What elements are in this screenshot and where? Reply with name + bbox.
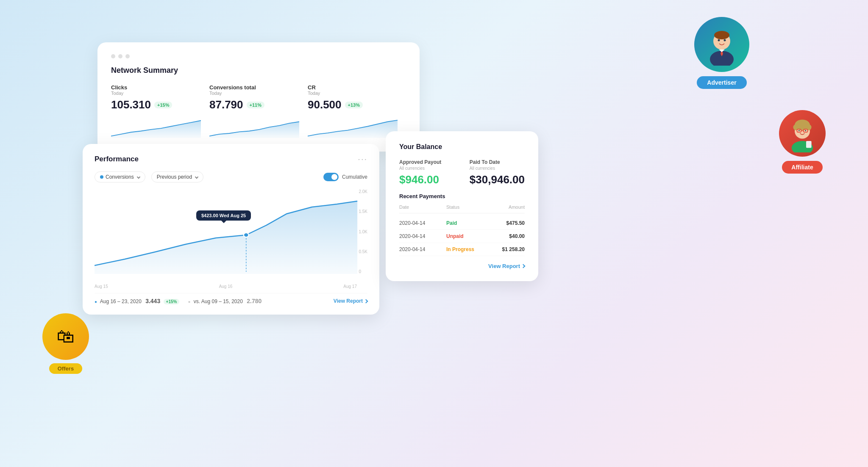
performance-chart <box>95 189 367 274</box>
svg-point-8 <box>724 39 726 41</box>
y-label-2k: 2.0K <box>359 189 367 194</box>
footer-stat-prev: ● vs. Aug 09 – 15, 2020 2.780 <box>188 298 262 304</box>
footer-period1: Aug 16 – 23, 2020 <box>100 298 142 304</box>
col-header-status: Status <box>446 204 486 210</box>
payments-table-header: Date Status Amount <box>399 204 525 213</box>
window-dots <box>111 54 406 58</box>
footer-dot-current: ● <box>95 299 97 304</box>
performance-footer: ● Aug 16 – 23, 2020 3.443 +15% ● vs. Aug… <box>95 293 367 304</box>
metric-clicks-label: Clicks <box>111 84 201 91</box>
recent-payments-title: Recent Payments <box>399 193 525 199</box>
balance-card: Your Balance Approved Payout All currenc… <box>386 131 538 281</box>
x-axis-labels: Aug 15 Aug 16 Aug 17 <box>95 282 367 289</box>
metric-conversions: Conversions total Today 87.790 +11% <box>209 84 308 140</box>
cr-chart <box>308 115 398 138</box>
payment-amount-3: $1 258.20 <box>486 246 525 252</box>
balance-view-report-row[interactable]: View Report <box>399 263 525 269</box>
svg-point-7 <box>718 39 720 41</box>
metric-clicks-sub: Today <box>111 91 201 96</box>
paid-to-date-label: Paid To Date <box>470 159 525 165</box>
filter-dot <box>100 175 103 179</box>
x-label-aug15: Aug 15 <box>95 284 108 289</box>
offers-widget: 🛍 Offers <box>42 313 89 374</box>
footer-badge1: +15% <box>164 299 180 304</box>
affiliate-badge[interactable]: Affiliate <box>782 161 822 174</box>
balance-view-report-label: View Report <box>488 263 520 269</box>
y-axis-labels: 0 0.5K 1.0K 1.5K 2.0K <box>359 189 367 282</box>
performance-view-report-link[interactable]: View Report <box>334 298 367 304</box>
payment-status-2: Unpaid <box>446 233 486 239</box>
metric-conversions-badge: +11% <box>247 102 264 108</box>
balance-chevron-right-icon <box>521 264 526 268</box>
payment-row: 2020-04-14 In Progress $1 258.20 <box>399 243 525 256</box>
svg-point-20 <box>798 130 800 131</box>
footer-dot-prev: ● <box>188 299 190 304</box>
payment-amount-1: $475.50 <box>486 220 525 226</box>
payment-date-1: 2020-04-14 <box>399 220 446 226</box>
view-report-label: View Report <box>334 298 363 304</box>
metric-cr-value: 90.500 <box>308 98 342 111</box>
advertiser-avatar-circle <box>694 17 749 72</box>
network-summary-title: Network Summary <box>111 66 406 75</box>
y-label-1k: 1.0K <box>359 229 367 234</box>
y-label-15k: 1.5K <box>359 209 367 214</box>
conversions-chart <box>209 115 299 138</box>
x-label-aug16: Aug 16 <box>219 284 233 289</box>
filter-conversions-button[interactable]: Conversions <box>95 171 145 182</box>
metric-clicks: Clicks Today 105.310 +15% <box>111 84 209 140</box>
approved-payout-col: Approved Payout All currencies $946.00 <box>399 159 441 186</box>
metric-cr-label: CR <box>308 84 398 91</box>
advertiser-avatar: Advertiser <box>694 17 749 89</box>
footer-stat-current: ● Aug 16 – 23, 2020 3.443 +15% <box>95 298 179 304</box>
performance-card: Performance ··· Conversions Previous per… <box>83 144 379 315</box>
filter-row: Conversions Previous period Cumulative <box>95 171 367 182</box>
metric-clicks-badge: +15% <box>154 102 172 108</box>
footer-value2: 2.780 <box>247 298 262 304</box>
svg-rect-22 <box>806 141 812 148</box>
filter-period-button[interactable]: Previous period <box>151 171 203 182</box>
advertiser-figure <box>701 23 743 66</box>
metric-cr-badge: +13% <box>345 102 363 108</box>
footer-value1: 3.443 <box>145 298 160 304</box>
approved-payout-value: $946.00 <box>399 173 441 186</box>
metric-conversions-sub: Today <box>209 91 299 96</box>
metric-conversions-label: Conversions total <box>209 84 299 91</box>
paid-to-date-sub: All currencies <box>470 166 525 171</box>
approved-payout-sub: All currencies <box>399 166 441 171</box>
chevron-right-icon <box>364 299 368 303</box>
payment-date-3: 2020-04-14 <box>399 246 446 252</box>
approved-payout-label: Approved Payout <box>399 159 441 165</box>
metric-cr-sub: Today <box>308 91 398 96</box>
cumulative-toggle[interactable] <box>323 173 339 181</box>
payments-table: Date Status Amount 2020-04-14 Paid $475.… <box>399 204 525 256</box>
network-summary-card: Network Summary Clicks Today 105.310 +15… <box>97 42 420 152</box>
offers-icon: 🛍 <box>57 326 75 347</box>
advertiser-badge[interactable]: Advertiser <box>697 76 746 89</box>
payment-status-1: Paid <box>446 220 486 226</box>
performance-menu-icon[interactable]: ··· <box>358 154 367 164</box>
svg-point-6 <box>714 31 729 39</box>
balance-title: Your Balance <box>399 143 525 151</box>
paid-to-date-value: $30,946.00 <box>470 173 525 186</box>
performance-header: Performance ··· <box>95 154 367 164</box>
offers-circle: 🛍 <box>42 313 89 360</box>
metrics-row: Clicks Today 105.310 +15% Conversions to… <box>111 84 406 140</box>
x-label-aug17: Aug 17 <box>343 284 357 289</box>
affiliate-figure <box>783 114 821 152</box>
balance-amounts-row: Approved Payout All currencies $946.00 P… <box>399 159 525 186</box>
payment-date-2: 2020-04-14 <box>399 233 446 239</box>
metric-conversions-value: 87.790 <box>209 98 243 111</box>
chevron-down-icon <box>136 175 140 179</box>
footer-period2: vs. Aug 09 – 15, 2020 <box>194 298 243 304</box>
paid-to-date-col: Paid To Date All currencies $30,946.00 <box>470 159 525 186</box>
chevron-down-icon-2 <box>195 175 198 179</box>
affiliate-avatar-circle <box>779 110 826 157</box>
offers-badge[interactable]: Offers <box>49 363 82 374</box>
clicks-chart <box>111 115 201 138</box>
payment-row: 2020-04-14 Paid $475.50 <box>399 217 525 230</box>
performance-chart-area: $423.00 Wed Aug 25 0 0.5K 1.0K 1.5K 2.0K <box>95 189 367 282</box>
col-header-amount: Amount <box>486 204 525 210</box>
performance-title: Performance <box>95 155 139 163</box>
cumulative-label: Cumulative <box>342 174 367 180</box>
payment-amount-2: $40.00 <box>486 233 525 239</box>
